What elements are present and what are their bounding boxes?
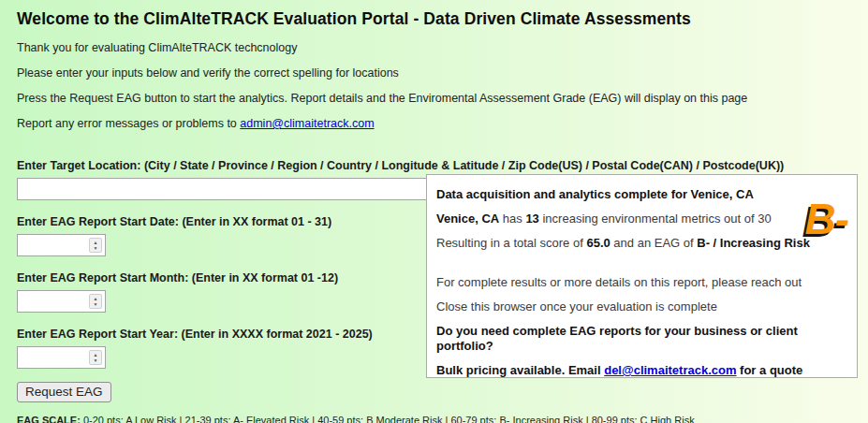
result-score-value: 65.0 (586, 236, 610, 250)
intro-press-button: Press the Request EAG button to start th… (17, 92, 851, 106)
result-metrics-mid: has (499, 212, 525, 226)
result-bulk-question: Do you need complete EAG reports for you… (436, 324, 847, 354)
bulk-pre: Bulk pricing available. Email (436, 363, 604, 377)
start-month-field: ▲ ▼ (17, 290, 106, 313)
sales-email-link[interactable]: del@climaitetrack.com (604, 363, 736, 377)
start-date-spinner[interactable]: ▲ ▼ (89, 238, 102, 253)
eag-scale-label: EAG SCALE: (17, 415, 81, 423)
intro-thank-you: Thank you for evaluating ClimAlteTRACK t… (17, 41, 851, 55)
result-score-line: Resulting in a total score of 65.0 and a… (436, 236, 847, 251)
intro-instructions: Please enter your inputs below and verif… (17, 66, 851, 80)
page-title: Welcome to the ClimAlteTRACK Evaluation … (17, 9, 851, 29)
bulk-post: for a quote (736, 363, 802, 377)
report-problems-text: Report any error messages or problems to (17, 117, 240, 130)
climaltetrack-portal-page: Welcome to the ClimAlteTRACK Evaluation … (0, 0, 868, 423)
start-year-field: ▲ ▼ (17, 346, 106, 369)
result-score-mid: and an EAG of (611, 236, 698, 250)
result-city: Venice, CA (436, 212, 499, 226)
result-eag-grade-text: B- / Increasing Risk (697, 236, 810, 250)
admin-email-link[interactable]: admin@climaitetrack.com (240, 117, 374, 130)
result-complete-line: Data acquisition and analytics complete … (436, 187, 847, 202)
eag-scale-text-1: 0-20 pts: A Low Risk | 21-39 pts: A- Ele… (81, 415, 695, 423)
eag-grade-badge: B- (804, 194, 848, 244)
result-score-pre: Resulting in a total score of (436, 236, 586, 250)
result-metrics-count: 13 (525, 212, 538, 226)
result-close-note: Close this browser once your evaluation … (436, 299, 847, 314)
spinner-up-icon[interactable]: ▲ (94, 297, 98, 301)
target-location-input[interactable] (17, 178, 429, 200)
result-metrics-line: Venice, CA has 13 increasing environment… (436, 212, 847, 226)
start-year-spinner[interactable]: ▲ ▼ (89, 350, 102, 365)
spinner-down-icon[interactable]: ▼ (94, 358, 98, 363)
spinner-down-icon[interactable]: ▼ (94, 246, 98, 251)
result-metrics-rest: increasing environmental metrics out of … (539, 212, 772, 226)
target-location-label: Enter Target Location: (City / State / P… (17, 159, 851, 173)
intro-report-problems: Report any error messages or problems to… (17, 117, 851, 131)
spinner-up-icon[interactable]: ▲ (94, 353, 98, 357)
request-eag-button[interactable]: Request EAG (17, 382, 111, 402)
result-bulk-line: Bulk pricing available. Email del@climai… (436, 363, 847, 378)
results-panel: Data acquisition and analytics complete … (426, 174, 858, 378)
start-month-spinner[interactable]: ▲ ▼ (89, 294, 102, 309)
spinner-down-icon[interactable]: ▼ (94, 302, 98, 307)
result-reach-out: For complete results or more details on … (436, 275, 847, 290)
start-date-field: ▲ ▼ (17, 234, 106, 256)
spinner-up-icon[interactable]: ▲ (94, 241, 98, 245)
eag-scale-line-1: EAG SCALE: 0-20 pts: A Low Risk | 21-39 … (17, 415, 851, 423)
